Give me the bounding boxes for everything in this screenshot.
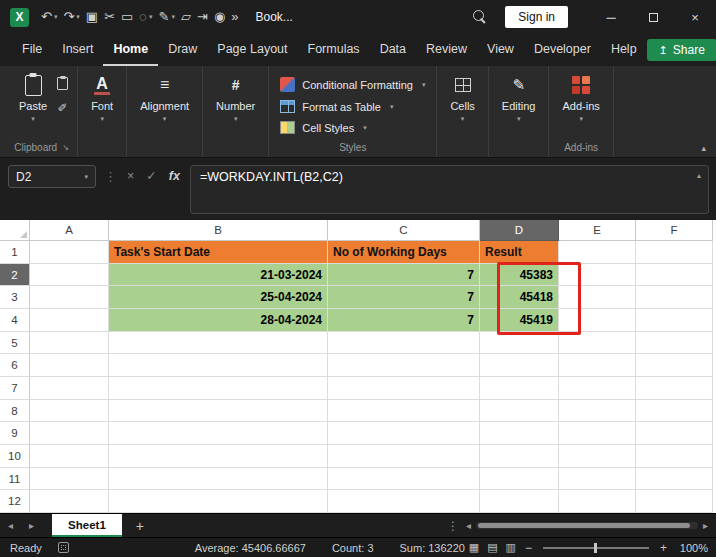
cell-F2[interactable] [636,264,713,287]
cell-B8[interactable] [109,400,328,423]
cell-D1[interactable]: Result [480,241,559,264]
tab-data[interactable]: Data [370,34,416,66]
column-header-D[interactable]: D [480,220,559,241]
column-header-F[interactable]: F [636,220,713,241]
cell-F12[interactable] [636,490,713,513]
tab-draw[interactable]: Draw [158,34,207,66]
cell-B1[interactable]: Task's Start Date [109,241,328,264]
tab-help[interactable]: Help [601,34,647,66]
enter-button[interactable]: ✓ [144,165,158,188]
cells-button[interactable]: Cells ▾ [444,71,480,125]
formula-input[interactable]: =WORKDAY.INTL(B2,C2) ▴ [190,165,709,214]
sheet-nav-left-icon[interactable]: ◂ [0,520,21,531]
cell-E4[interactable] [559,309,636,332]
row-header-6[interactable]: 6 [0,354,30,377]
cell-D5[interactable] [480,332,559,355]
tab-file[interactable]: File [12,34,52,66]
page-layout-view-icon[interactable]: ▤ [487,541,497,554]
cell-F1[interactable] [636,241,713,264]
cell-E8[interactable] [559,400,636,423]
sheet-options-icon[interactable]: ⋮ [440,519,466,533]
cell-A10[interactable] [30,445,109,468]
tab-insert[interactable]: Insert [52,34,103,66]
tab-page-layout[interactable]: Page Layout [207,34,297,66]
scrollbar-thumb[interactable] [478,523,690,528]
cell-F9[interactable] [636,422,713,445]
cell-E3[interactable] [559,286,636,309]
cell-F7[interactable] [636,377,713,400]
cell-D10[interactable] [480,445,559,468]
addins-button[interactable]: Add-ins ▾ [556,71,605,125]
minimize-button[interactable]: ─ [590,0,632,34]
column-header-E[interactable]: E [559,220,636,241]
search-button[interactable] [471,8,489,26]
column-header-B[interactable]: B [109,220,328,241]
format-as-table-button[interactable]: Format as Table ▾ [276,97,429,116]
scroll-left-icon[interactable]: ◂ [466,520,471,531]
cell-styles-button[interactable]: Cell Styles ▾ [276,118,429,137]
cell-D2[interactable]: 45383 [480,264,559,287]
row-header-12[interactable]: 12 [0,490,30,513]
scroll-right-icon[interactable]: ▸ [703,520,708,531]
share-button[interactable]: ↥ Share [647,39,716,61]
zoom-out-button[interactable]: − [524,541,533,555]
cell-F5[interactable] [636,332,713,355]
accessibility-icon[interactable] [58,542,69,553]
conditional-formatting-button[interactable]: Conditional Formatting ▾ [276,74,429,95]
sign-in-button[interactable]: Sign in [505,6,568,28]
row-header-7[interactable]: 7 [0,377,30,400]
cell-B7[interactable] [109,377,328,400]
alignment-button[interactable]: ≡ Alignment ▾ [134,71,195,125]
cell-A2[interactable] [30,264,109,287]
cell-A3[interactable] [30,286,109,309]
cell-E7[interactable] [559,377,636,400]
cell-A11[interactable] [30,468,109,491]
cell-C11[interactable] [328,468,480,491]
font-button[interactable]: A Font ▾ [85,71,119,125]
cell-A4[interactable] [30,309,109,332]
row-header-11[interactable]: 11 [0,468,30,491]
select-all-corner[interactable] [0,220,30,241]
cell-F10[interactable] [636,445,713,468]
format-painter-icon[interactable]: ✐ [58,101,68,115]
cell-F6[interactable] [636,354,713,377]
tab-developer[interactable]: Developer [524,34,601,66]
zoom-slider-thumb[interactable] [594,543,597,553]
cell-E5[interactable] [559,332,636,355]
keyboard-button[interactable]: ▭ [121,10,133,24]
excel-app-icon[interactable]: X [10,8,29,27]
cell-E9[interactable] [559,422,636,445]
tab-home[interactable]: Home [103,34,158,66]
copy-button[interactable]: ▣ [86,10,98,24]
tab-review[interactable]: Review [416,34,477,66]
cell-B11[interactable] [109,468,328,491]
cell-A6[interactable] [30,354,109,377]
draw-button[interactable]: ◌ ▾ [139,10,152,24]
cell-E10[interactable] [559,445,636,468]
insert-function-button[interactable]: fx [167,165,182,188]
pen-button[interactable]: ✎ ▾ [159,10,175,24]
cell-A5[interactable] [30,332,109,355]
close-button[interactable]: × [674,0,716,34]
cell-D12[interactable] [480,490,559,513]
row-header-3[interactable]: 3 [0,286,30,309]
row-header-8[interactable]: 8 [0,400,30,423]
dialog-launcher-icon[interactable]: ↘ [62,143,69,152]
cell-C3[interactable]: 7 [328,286,480,309]
cell-D3[interactable]: 45418 [480,286,559,309]
number-button[interactable]: # Number ▾ [210,71,261,125]
page-break-view-icon[interactable]: ▥ [506,541,516,554]
cell-C2[interactable]: 7 [328,264,480,287]
paste-button[interactable]: Paste ▾ [13,71,53,125]
collapse-formula-bar-icon[interactable]: ▴ [697,171,701,180]
cell-A8[interactable] [30,400,109,423]
cell-D9[interactable] [480,422,559,445]
cell-D4[interactable]: 45419 [480,309,559,332]
camera-button[interactable]: ◉ [214,10,225,24]
cell-D11[interactable] [480,468,559,491]
row-header-9[interactable]: 9 [0,422,30,445]
row-header-5[interactable]: 5 [0,332,30,355]
cell-A7[interactable] [30,377,109,400]
cell-B9[interactable] [109,422,328,445]
cell-E11[interactable] [559,468,636,491]
